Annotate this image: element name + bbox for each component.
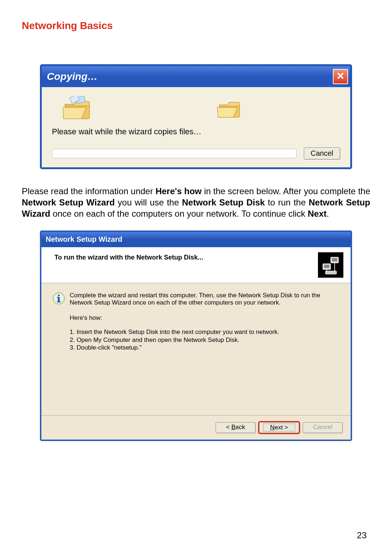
- page-title: Networking Basics: [22, 20, 370, 32]
- svg-point-10: [58, 294, 60, 296]
- copying-titlebar: Copying…: [42, 66, 350, 87]
- next-button[interactable]: Next >: [259, 422, 299, 433]
- copying-message: Please wait while the wizard copies file…: [52, 127, 340, 136]
- copying-dialog: Copying…: [40, 64, 352, 169]
- copying-cancel-button[interactable]: Cancel: [304, 147, 340, 159]
- wizard-header-text: To run the wizard with the Network Setup…: [54, 252, 203, 261]
- page-number: 23: [357, 530, 367, 540]
- wizard-content: Complete the wizard and restart this com…: [41, 283, 351, 415]
- steps-list: 1. Insert the Network Setup Disk into th…: [70, 328, 340, 351]
- svg-rect-12: [57, 297, 59, 298]
- instruction-paragraph: Please read the information under Here's…: [22, 185, 370, 220]
- step-2: 2. Open My Computer and then open the Ne…: [70, 336, 340, 344]
- progress-bar: [52, 149, 297, 158]
- computer-network-icon: [318, 252, 343, 278]
- close-icon: [336, 71, 344, 82]
- wizard-info-text: Complete the wizard and restart this com…: [70, 292, 340, 307]
- folder-source-icon: [63, 96, 93, 121]
- info-icon: [52, 292, 65, 305]
- copying-title-text: Copying…: [47, 71, 98, 82]
- heres-how-label: Here's how:: [70, 314, 340, 322]
- wizard-header: To run the wizard with the Network Setup…: [41, 247, 351, 283]
- wizard-cancel-button[interactable]: Cancel: [303, 422, 343, 433]
- step-3: 3. Double-click "netsetup.": [70, 344, 340, 351]
- wizard-titlebar: Network Setup Wizard: [41, 232, 351, 247]
- close-button[interactable]: [333, 69, 348, 84]
- step-1: 1. Insert the Network Setup Disk into th…: [70, 328, 340, 336]
- wizard-footer: < Back Next > Cancel: [41, 415, 351, 440]
- svg-rect-6: [324, 265, 330, 268]
- wizard-dialog: Network Setup Wizard To run the wizard w…: [40, 230, 352, 441]
- back-button[interactable]: < Back: [216, 422, 256, 433]
- svg-rect-7: [326, 271, 337, 274]
- svg-rect-4: [332, 258, 338, 261]
- wizard-title-text: Network Setup Wizard: [46, 235, 122, 244]
- svg-rect-13: [57, 301, 61, 302]
- folder-dest-icon: [217, 98, 243, 119]
